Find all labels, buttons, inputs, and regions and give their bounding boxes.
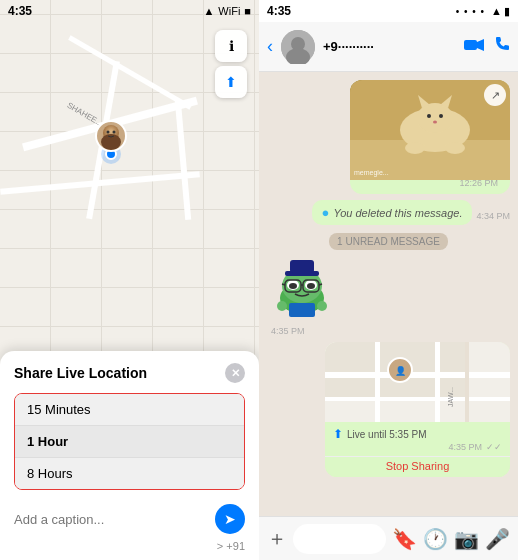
svg-point-27 (289, 283, 297, 289)
svg-rect-24 (290, 260, 314, 273)
share-icon[interactable]: ↗ (484, 84, 506, 106)
svg-rect-45 (440, 342, 465, 372)
svg-text:👤: 👤 (395, 365, 407, 377)
svg-line-33 (319, 284, 322, 285)
contact-avatar (281, 30, 315, 64)
duration-option-8hours[interactable]: 8 Hours (15, 458, 244, 489)
right-panel: 4:35 • • • • ▲ ▮ ‹ +9·········· (259, 0, 518, 560)
message-input[interactable] (293, 524, 386, 554)
share-panel-title: Share Live Location (14, 365, 147, 381)
svg-point-3 (107, 131, 110, 134)
sticker-button[interactable]: 🔖 (392, 527, 417, 551)
duration-label-15min: 15 Minutes (27, 402, 91, 417)
chat-messages: ↗ memegle... 12:26 PM ● You deleted this… (259, 72, 518, 516)
road (175, 100, 191, 220)
svg-rect-42 (465, 342, 469, 422)
left-panel: SHAHEE... 4:35 ▲ WiFi ■ ℹ ⬆ (0, 0, 259, 560)
header-actions (464, 36, 510, 57)
battery-icon: ■ (244, 5, 251, 17)
wifi-icon-right: ▲ (491, 5, 502, 17)
svg-rect-47 (380, 378, 435, 397)
deleted-message: ● You deleted this message. (312, 200, 473, 225)
svg-rect-39 (325, 397, 510, 401)
share-live-location-panel: Share Live Location ✕ 15 Minutes 1 Hour … (0, 351, 259, 560)
image-source: memegle... (354, 169, 389, 176)
navigate-button[interactable]: ⬆ (215, 66, 247, 98)
live-icon: ⬆ (333, 427, 343, 441)
back-button[interactable]: ‹ (267, 36, 273, 57)
svg-point-2 (101, 134, 121, 150)
duration-picker: 15 Minutes 1 Hour 8 Hours (14, 393, 245, 490)
svg-point-19 (405, 142, 425, 154)
image-message: ↗ memegle... 12:26 PM (350, 80, 510, 194)
map-time-row: 4:35 PM ✓✓ (333, 442, 502, 452)
live-location-row: ⬆ Live until 5:35 PM (333, 427, 502, 441)
close-button[interactable]: ✕ (225, 363, 245, 383)
duration-label-8hours: 8 Hours (27, 466, 73, 481)
map-controls: ℹ ⬆ (215, 30, 247, 98)
svg-point-17 (439, 114, 443, 118)
country-code: > +91 (217, 540, 245, 552)
road (0, 171, 200, 194)
mic-button[interactable]: 🎤 (485, 527, 510, 551)
wifi-icon: WiFi (218, 5, 240, 17)
avatar-svg (97, 122, 125, 150)
map-preview-svg: JAW... 👤 (325, 342, 510, 422)
pin-avatar (95, 120, 127, 152)
stop-sharing-button[interactable]: Stop Sharing (325, 456, 510, 477)
svg-text:JAW...: JAW... (447, 387, 454, 407)
status-time: 4:35 (8, 4, 32, 18)
header-info: +9·········· (323, 39, 456, 54)
avatar-svg-right (281, 30, 315, 64)
svg-point-20 (445, 142, 465, 154)
video-call-button[interactable] (464, 36, 484, 57)
phone-icon (494, 36, 510, 52)
emoji-button[interactable]: 🕐 (423, 527, 448, 551)
send-button[interactable]: ➤ (215, 504, 245, 534)
map-message: JAW... 👤 ⬆ Live until 5:35 PM 4:35 PM ✓✓ (325, 342, 510, 477)
chat-header: ‹ +9·········· (259, 22, 518, 72)
svg-point-16 (427, 114, 431, 118)
image-time: 12:26 PM (350, 176, 504, 190)
svg-rect-40 (375, 342, 380, 422)
status-bar-left: 4:35 ▲ WiFi ■ (0, 0, 259, 22)
svg-rect-43 (325, 342, 375, 372)
read-ticks: ✓✓ (486, 442, 502, 452)
svg-line-32 (282, 284, 285, 285)
caption-input[interactable] (14, 512, 207, 527)
svg-rect-34 (289, 303, 315, 317)
info-icon: ℹ (229, 38, 234, 54)
camera-button[interactable]: 📷 (454, 527, 479, 551)
video-icon (464, 38, 484, 52)
phone-call-button[interactable] (494, 36, 510, 57)
plus-button[interactable]: ＋ (267, 525, 287, 552)
duration-option-1hour[interactable]: 1 Hour (15, 426, 244, 458)
status-dots: • • • • ▲ ▮ (456, 5, 510, 18)
live-text: Live until 5:35 PM (347, 429, 427, 440)
sticker-time: 4:35 PM (271, 326, 305, 336)
map-preview: JAW... 👤 (325, 342, 510, 422)
signal-dots: • • • • (456, 6, 485, 17)
svg-point-18 (433, 121, 437, 124)
contact-name: +9·········· (323, 39, 456, 54)
map-time: 4:35 PM (448, 442, 482, 452)
map-location-pin (95, 120, 127, 160)
bottom-row: > +91 (14, 538, 245, 554)
send-icon: ➤ (224, 511, 236, 527)
svg-rect-41 (435, 342, 440, 422)
chat-input-bar: ＋ 🔖 🕐 📷 🎤 (259, 516, 518, 560)
deleted-message-wrapper: ● You deleted this message. 4:34 PM (312, 200, 510, 225)
status-bar-right: 4:35 • • • • ▲ ▮ (259, 0, 518, 22)
svg-rect-8 (464, 40, 477, 50)
map-info: ⬆ Live until 5:35 PM 4:35 PM ✓✓ (325, 422, 510, 456)
unread-separator: 1 UNREAD MESSAGE (329, 233, 448, 250)
navigate-icon: ⬆ (225, 74, 237, 90)
road (68, 35, 192, 109)
deleted-time: 4:34 PM (476, 211, 510, 221)
close-icon: ✕ (231, 367, 240, 380)
info-button[interactable]: ℹ (215, 30, 247, 62)
caption-input-row: ➤ (14, 500, 245, 538)
battery-icon-right: ▮ (504, 5, 510, 18)
duration-label-1hour: 1 Hour (27, 434, 68, 449)
duration-option-15min[interactable]: 15 Minutes (15, 394, 244, 426)
